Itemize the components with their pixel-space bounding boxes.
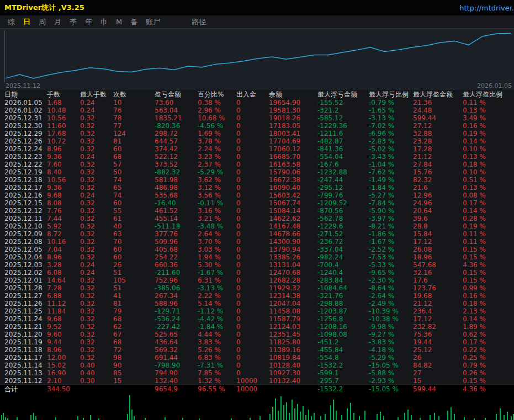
cell: 0.32 — [80, 122, 113, 130]
volume-bar — [17, 417, 18, 420]
volume-bar — [127, 414, 128, 420]
cell: 2025.12.04 — [4, 253, 47, 261]
cell: -155.52 — [317, 99, 369, 107]
cell: 79 — [113, 307, 155, 315]
cell: 3.12 % — [198, 184, 236, 192]
cell: 62 — [113, 323, 155, 331]
cell: 0 — [236, 122, 269, 130]
cell: 0.32 — [80, 230, 113, 238]
cell: 18.96 — [413, 253, 463, 261]
cell: 0 — [236, 284, 269, 292]
volume-bar — [300, 412, 301, 420]
cell: 455.14 — [155, 215, 198, 222]
volume-bar — [434, 413, 435, 420]
cell: 0.40 — [80, 369, 113, 377]
menu-item-1[interactable]: 综 — [8, 15, 15, 28]
cell: -599.1 — [317, 369, 369, 377]
cell: 436.64 — [155, 338, 198, 346]
menu-item-8[interactable]: M — [116, 15, 122, 28]
table-row: 2025.11.1316.900.4085794.907.85 %010927.… — [0, 369, 514, 377]
cell: -5.02 % — [369, 145, 413, 153]
cell: 0.32 — [80, 176, 113, 184]
volume-bar — [464, 417, 465, 420]
cell: 0 — [236, 207, 269, 215]
menu-item-4[interactable]: 月 — [54, 15, 61, 28]
cell: 0.13 % — [463, 153, 514, 161]
menu-item-11[interactable]: 路径 — [192, 15, 206, 28]
cell: -5.29 % — [369, 354, 413, 361]
cell: 0.24 — [80, 261, 113, 269]
cell: 10.48 — [47, 107, 80, 114]
volume-bar — [398, 417, 399, 420]
menu-item-10[interactable]: 账尸 — [146, 15, 160, 28]
cell: 20.64 — [413, 207, 463, 215]
cell: 0.32 — [80, 307, 113, 315]
volume-bar — [511, 416, 512, 420]
menu-item-2[interactable]: 日 — [23, 15, 30, 28]
table-row: 2025.12.179.360.3265486.983.12 %016090.4… — [0, 184, 514, 192]
volume-bar — [3, 413, 4, 420]
cell: -7.62 % — [369, 168, 413, 176]
table-row: 2025.11.188.960.3272569.325.26 %011389.1… — [0, 346, 514, 354]
cell: 11929.32 — [269, 284, 317, 292]
cell: -271.52 — [317, 230, 369, 238]
table-row: 2025.12.026.080.2451-211.60-1.67 %012470… — [0, 269, 514, 277]
cell: 12470.68 — [269, 269, 317, 277]
cell: 0 — [236, 369, 269, 377]
chart-end-label: 2026.01.05 — [477, 82, 512, 89]
cell: 0.26 % — [463, 369, 514, 377]
cell: 4.36 % — [463, 385, 514, 394]
cell: -10.39 % — [369, 307, 413, 315]
menu-item-5[interactable]: 季 — [70, 15, 77, 28]
volume-bar — [336, 411, 337, 420]
volume-bar — [305, 415, 306, 420]
menu-item-6[interactable]: 年 — [85, 15, 92, 28]
cell: -1.49 % — [369, 176, 413, 184]
cell: 6.88 — [47, 292, 80, 300]
cell: 0 — [236, 261, 269, 269]
menu-item-7[interactable]: 巾 — [100, 15, 108, 28]
cell: 2025.11.26 — [4, 300, 47, 307]
cell: 2026.01.02 — [4, 107, 47, 114]
cell: 486.98 — [155, 184, 198, 192]
cell: 8.72 — [47, 230, 80, 238]
cell: 17.12 — [413, 315, 463, 323]
cell: 81 — [113, 137, 155, 145]
cell: 11458.08 — [269, 307, 317, 315]
cell: 0 — [236, 230, 269, 238]
cell: 236.4 — [413, 307, 463, 315]
cell: 0.15 % — [463, 246, 514, 253]
cell: -129.71 — [155, 307, 198, 315]
cell: 2025.12.22 — [4, 161, 47, 168]
cell: 1835.21 — [155, 114, 198, 122]
equity-chart-svg — [0, 29, 514, 82]
table-row: 2025.11.209.600.3267525.654.44 %012351.4… — [0, 331, 514, 338]
volume-bar — [500, 408, 501, 420]
cell: 1.32 % — [198, 377, 236, 385]
cell: 0.18 % — [463, 161, 514, 168]
menu-item-9[interactable]: 备 — [130, 15, 137, 28]
cell: 27 — [413, 369, 463, 377]
cell: 21.12 — [413, 153, 463, 161]
cell: 0.18 % — [463, 300, 514, 307]
menu-item-3[interactable]: 周 — [39, 15, 46, 28]
cell: 98 — [113, 354, 155, 361]
cell: 0.11 % — [463, 230, 514, 238]
cell: 60 — [113, 246, 155, 253]
cell: 7.60 — [47, 161, 80, 168]
cell: 509.96 — [155, 238, 198, 246]
cell: 373.52 — [155, 161, 198, 168]
cell: 17.12 — [413, 238, 463, 246]
cell: 0 — [236, 253, 269, 261]
volume-bar — [294, 408, 295, 420]
cell: 525.65 — [155, 331, 198, 338]
cell: 374.42 — [155, 145, 198, 153]
cell: 2025.11.19 — [4, 338, 47, 346]
cell: 12.00 — [47, 354, 80, 361]
cell: 2.96 % — [198, 107, 236, 114]
cell: 2025.12.01 — [4, 277, 47, 284]
cell: -1.04 % — [369, 161, 413, 168]
app-link[interactable]: http://mtdriver. — [459, 4, 514, 12]
cell: 77 — [113, 122, 155, 130]
volume-bar — [359, 416, 360, 420]
